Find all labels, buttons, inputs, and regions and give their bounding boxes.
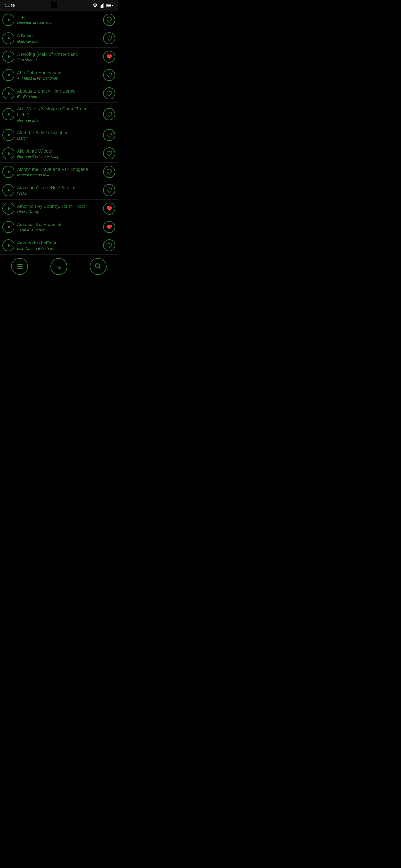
favorite-button[interactable] [103,184,115,196]
play-button[interactable] [2,166,15,178]
favorite-button[interactable] [103,239,115,251]
sort-button[interactable]: ↑↓ a z [50,258,67,275]
song-title: A Bruxa [17,33,101,39]
search-icon [94,263,102,270]
favorite-button[interactable] [103,147,115,159]
play-button[interactable] [2,221,15,233]
play-button[interactable] [2,147,15,159]
play-button[interactable] [2,129,15,141]
song-info: Alle Jahre Wieder German Christmas song [17,148,101,159]
svg-rect-23 [17,268,23,269]
song-info: Aba Daba Honeymoon A. Fields & W. Donova… [17,70,101,81]
play-icon [7,112,11,117]
heart-empty-icon [106,111,112,117]
search-button[interactable] [90,258,107,275]
song-title: Alle Jahre Wieder [17,148,101,154]
svg-rect-2 [101,5,102,7]
song-title: 7:40 [17,14,101,21]
song-subtitle: German folk [17,118,101,123]
play-button[interactable] [2,14,15,26]
list-item: America (My Country, Tis of Thee) Henry … [0,199,118,218]
song-title: Ach, Wie Ist's Möglich Dann (Treue Liebe… [17,106,101,118]
notification-dot [51,2,57,8]
play-button[interactable] [2,69,15,81]
svg-point-0 [95,7,95,7]
song-subtitle: Galician folk [17,39,101,44]
heart-empty-icon [106,90,112,96]
favorite-button[interactable] [103,14,115,26]
svg-text:z: z [59,266,61,269]
play-button[interactable] [2,184,15,196]
song-subtitle: Irish National Anthem [17,246,101,251]
play-icon [7,73,11,78]
song-info: Amhran Na bhFiann Irish National Anthem [17,240,101,251]
play-button[interactable] [2,51,15,63]
svg-rect-4 [103,3,104,7]
song-info: Alonzo the Brave and Fair Imogene Newfou… [17,166,101,178]
list-item: Abbotts Bromley Horn Dance English folk [0,84,118,103]
svg-rect-7 [112,5,113,6]
play-icon [7,36,11,41]
favorite-button[interactable] [103,51,115,63]
play-icon [7,224,11,229]
heart-empty-icon [106,150,112,156]
song-title: After the Battle of Aughrim [17,130,101,135]
list-item: A Roving (Maid of Amsterdam) Sea shanty [0,48,118,66]
play-button[interactable] [2,239,15,251]
svg-marker-12 [8,92,10,95]
play-icon [7,18,11,22]
song-info: Abbotts Bromley Horn Dance English folk [17,88,101,99]
play-button[interactable] [2,108,15,120]
song-subtitle: Samuel A. Ward [17,228,101,232]
song-info: A Roving (Maid of Amsterdam) Sea shanty [17,51,101,62]
list-item: Amhran Na bhFiann Irish National Anthem [0,236,118,255]
list-item: America, the Beautiful Samuel A. Ward [0,218,118,236]
battery-icon [106,4,113,7]
song-title: A Roving (Maid of Amsterdam) [17,51,101,57]
song-info: After the Battle of Aughrim March [17,130,101,141]
list-item: After the Battle of Aughrim March [0,126,118,144]
favorite-button[interactable] [103,203,115,215]
wifi-icon [92,3,98,7]
heart-filled-icon [106,54,112,60]
play-button[interactable] [2,87,15,99]
menu-button[interactable] [11,258,28,275]
favorite-button[interactable] [103,166,115,178]
play-icon [7,206,11,211]
song-info: America, the Beautiful Samuel A. Ward [17,221,101,233]
song-subtitle: English folk [17,94,101,99]
favorite-button[interactable] [103,129,115,141]
svg-marker-17 [8,189,10,191]
favorite-button[interactable] [103,87,115,99]
song-list: 7:40 Russian Jewish folk A Bruxa Galicia… [0,11,118,255]
favorite-button[interactable] [103,221,115,233]
song-subtitle: Henry Carey [17,210,101,214]
status-bar: 11:59 [0,0,118,11]
song-subtitle: Sea shanty [17,58,101,62]
svg-marker-8 [8,19,10,21]
song-info: Amazing Grace (New Britain) Waltz [17,185,101,196]
favorite-button[interactable] [103,108,115,120]
heart-empty-icon [106,242,112,248]
list-item: Alle Jahre Wieder German Christmas song [0,144,118,163]
sort-icon: ↑↓ a z [55,263,62,270]
favorite-button[interactable] [103,32,115,44]
play-icon [7,151,11,156]
song-title: America (My Country, Tis of Thee) [17,203,101,209]
svg-marker-15 [8,152,10,155]
play-icon [7,188,11,193]
song-title: Amazing Grace (New Britain) [17,185,101,191]
signal-icon [99,3,105,7]
song-subtitle: March [17,136,101,141]
song-title: Amhran Na bhFiann [17,240,101,246]
svg-marker-16 [8,170,10,173]
svg-rect-21 [17,264,23,265]
svg-marker-11 [8,73,10,76]
song-subtitle: German Christmas song [17,154,101,159]
svg-rect-1 [99,6,101,7]
play-icon [7,91,11,96]
list-item: Amazing Grace (New Britain) Waltz [0,181,118,199]
play-button[interactable] [2,203,15,215]
favorite-button[interactable] [103,69,115,81]
play-button[interactable] [2,32,15,44]
